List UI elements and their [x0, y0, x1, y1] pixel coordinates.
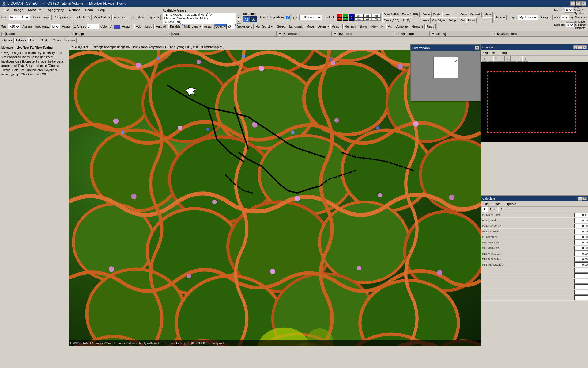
overview-maximize-btn[interactable]: □ — [578, 45, 582, 49]
rgb-b1-input[interactable] — [372, 14, 381, 17]
maximize-button[interactable]: □ — [576, 1, 581, 6]
erode-button[interactable]: Erode — [421, 12, 432, 17]
calc-value-0[interactable] — [574, 213, 588, 217]
calc-update-menu[interactable]: Update — [504, 202, 518, 206]
dilate-button[interactable]: Dilate — [432, 12, 442, 17]
copy-all-button[interactable]: Copy All — [469, 12, 482, 17]
measure-button[interactable]: Measure — [410, 24, 425, 29]
clean-button[interactable]: Clean — [51, 38, 62, 43]
calc-value-5[interactable] — [574, 240, 588, 245]
calc-tab-a[interactable]: A — [482, 207, 487, 212]
type2-select[interactable]: Full Screen — [299, 15, 322, 20]
assign-type3-button[interactable]: Assign — [539, 15, 551, 20]
undo-edit-button[interactable]: Undo — [483, 17, 493, 23]
calc-value-7[interactable] — [574, 251, 588, 256]
add-button[interactable]: Add — [134, 24, 143, 29]
move-button[interactable]: Move — [305, 24, 315, 29]
minimize-button[interactable]: _ — [570, 1, 575, 6]
combine-button[interactable]: Combine — [394, 24, 409, 29]
new-button[interactable]: New — [370, 24, 379, 29]
image-q-btn[interactable]: ? — [70, 32, 74, 36]
menu-options[interactable]: Options — [66, 8, 83, 12]
selected-button[interactable]: Selected > — [74, 15, 92, 20]
data-q-btn[interactable]: ? — [168, 32, 172, 36]
undo2-button[interactable]: Undo — [425, 24, 436, 29]
landmark-button[interactable]: Landmark — [288, 24, 304, 29]
ar-button[interactable]: Ar. — [386, 24, 393, 29]
menu-image[interactable]: Image — [12, 8, 26, 12]
area-select[interactable]: A2 — [561, 15, 569, 20]
overview-plus[interactable]: + — [522, 56, 528, 62]
rgb-g2-input[interactable] — [363, 17, 372, 21]
overview-zoom-in[interactable]: + — [482, 56, 487, 62]
menu-measure[interactable]: Measure — [26, 8, 44, 12]
export-button[interactable]: Export > — [146, 15, 161, 20]
array-item-0[interactable]: P13 Tt.N.Cr.No - Tt.N Central No (1) / A — [163, 13, 236, 17]
zoffset-input[interactable] — [87, 24, 99, 29]
redraw-button[interactable]: Redraw — [63, 38, 76, 43]
pilot-close-btn[interactable]: ✕ — [475, 46, 479, 50]
editing-q-btn[interactable]: ? — [431, 32, 435, 36]
pilot-box-close[interactable]: ✕ — [454, 59, 457, 63]
define-button[interactable]: Define ▾ — [316, 24, 330, 29]
assign-data-button[interactable]: Assign > — [112, 15, 127, 20]
overview-close-btn[interactable]: ✕ — [582, 45, 587, 49]
overview-right[interactable]: → — [517, 56, 522, 62]
select-button[interactable]: Select — [324, 15, 335, 20]
disable-button[interactable]: Disable — [168, 24, 182, 29]
paste-button[interactable]: Paste — [466, 17, 477, 23]
assign-measure-button[interactable]: Assign — [494, 15, 507, 20]
select-roi-button[interactable]: Select — [276, 24, 287, 29]
sequence-button[interactable]: Sequence > — [54, 15, 74, 20]
color-swatch[interactable] — [114, 25, 120, 29]
selected-a1[interactable]: A1 — [243, 16, 250, 22]
thresh-q-btn[interactable]: ? — [394, 32, 398, 36]
calc-value-1[interactable] — [574, 218, 588, 223]
calc-value-8[interactable] — [574, 257, 588, 262]
undo-thresh-button[interactable]: Undo — [144, 24, 154, 29]
calc-tab-e[interactable]: E — [504, 207, 509, 212]
mag-select[interactable]: X10 — [8, 24, 20, 29]
editor-button[interactable]: Editor ▾ — [14, 38, 28, 43]
params-q-btn[interactable]: ? — [278, 32, 282, 36]
overview-up[interactable]: ↑ — [499, 56, 505, 62]
selected-d3[interactable]: D3 — [250, 16, 257, 22]
erase1-fh-button[interactable]: Erase 1 (FH) — [401, 12, 420, 17]
overview-zoom-out[interactable]: − — [488, 56, 493, 62]
topo-select[interactable]: D2 — [51, 24, 60, 29]
overview-help-menu[interactable]: Help — [499, 51, 508, 55]
calculate-close-btn[interactable]: ✕ — [582, 197, 587, 200]
rgb-r1-input[interactable] — [354, 14, 363, 17]
calc-value-12[interactable] — [574, 279, 588, 284]
assign-color-button[interactable]: Assign — [121, 24, 133, 29]
calc-value-4[interactable] — [574, 235, 588, 240]
calc-value-9[interactable] — [574, 262, 588, 267]
separate1-button[interactable]: Separate 1 — [236, 24, 254, 29]
draw1-fh-button[interactable]: Draw 1 (FH) — [382, 12, 400, 17]
next-button[interactable]: Next — [39, 38, 48, 43]
open-single-button[interactable]: Open Single — [32, 15, 51, 20]
save-topo-checkbox[interactable] — [286, 16, 290, 19]
overview-minimize-btn[interactable]: _ — [573, 45, 578, 49]
overview-options-menu[interactable]: Options — [482, 51, 496, 55]
type-select[interactable]: Image File — [9, 15, 30, 20]
rgb-r2-input[interactable] — [354, 17, 363, 21]
assign-mag-button[interactable]: Assign — [21, 24, 33, 29]
back-button[interactable]: Back — [28, 38, 38, 43]
rgb-g1-input[interactable] — [363, 14, 372, 17]
view-data-button[interactable]: View Data > — [92, 15, 112, 20]
menu-help[interactable]: Help — [96, 8, 107, 12]
auto-all-button[interactable]: Auto All — [154, 24, 168, 29]
calc-value-15[interactable] — [574, 295, 588, 300]
number-select[interactable]: D3 — [565, 8, 573, 13]
multi-band-button[interactable]: Multi-Band ▾ — [183, 24, 203, 29]
calc-value-13[interactable] — [574, 284, 588, 289]
rgb-b2-input[interactable] — [372, 17, 381, 21]
menu-scan[interactable]: Scan — [83, 8, 96, 12]
calc-value-3[interactable] — [574, 229, 588, 234]
meas-q-btn[interactable]: ? — [492, 32, 496, 36]
assign-topo-button[interactable]: Assign — [61, 24, 73, 29]
overview-left[interactable]: ← — [511, 56, 516, 62]
n-button[interactable]: N. — [380, 24, 386, 29]
overview-fit[interactable]: ✛ — [493, 56, 499, 62]
